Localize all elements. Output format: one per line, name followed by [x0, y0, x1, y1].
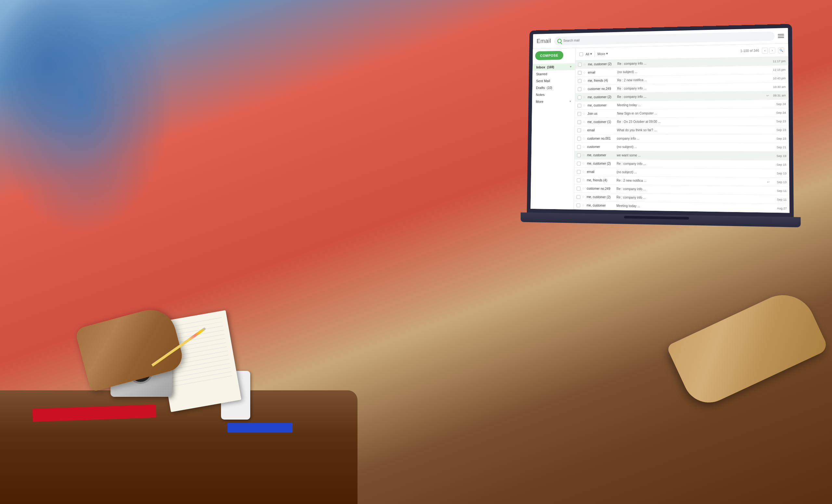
- pagination-text: 1-100 of 346: [740, 49, 759, 53]
- email-sender: me, friends (4): [588, 79, 616, 83]
- star-icon[interactable]: ☆: [582, 161, 586, 165]
- star-icon[interactable]: ☆: [583, 79, 587, 83]
- email-subject: Re : company info ...: [617, 187, 770, 192]
- email-time: Sep 11: [771, 189, 787, 193]
- star-icon[interactable]: ☆: [581, 203, 585, 207]
- email-subject: What do you think so far? ...: [617, 128, 769, 132]
- email-sender: email: [588, 71, 616, 74]
- email-checkbox[interactable]: [577, 120, 581, 124]
- gmail-main: All ▾ More ▾ 1-100 of 346: [574, 44, 789, 213]
- star-icon[interactable]: ☆: [583, 87, 587, 91]
- email-sender: me, customer (2): [587, 195, 615, 199]
- select-chevron: ▾: [590, 52, 592, 56]
- email-checkbox[interactable]: [577, 170, 581, 174]
- email-checkbox[interactable]: [578, 63, 582, 66]
- email-subject: Re : 2 new notifica ...: [617, 178, 766, 184]
- gmail-body: COMPOSE Inbox (169) ▾ Starred Sent Mail: [530, 44, 789, 213]
- email-sender: Join us: [587, 112, 616, 115]
- email-checkbox[interactable]: [577, 95, 581, 100]
- inbox-chevron: ▾: [570, 65, 572, 68]
- email-subject: Re : company info ...: [617, 93, 765, 99]
- inbox-badge: (169): [547, 65, 554, 69]
- star-icon[interactable]: ☆: [582, 104, 586, 108]
- email-checkbox[interactable]: [577, 104, 581, 108]
- email-checkbox[interactable]: [576, 212, 580, 213]
- sidebar-item-sent[interactable]: Sent Mail: [532, 77, 575, 84]
- email-checkbox[interactable]: [576, 203, 580, 207]
- star-icon[interactable]: ☆: [583, 95, 587, 99]
- email-checkbox[interactable]: [577, 153, 581, 157]
- sidebar-item-drafts[interactable]: Drafts (10): [532, 84, 575, 91]
- star-icon[interactable]: ☆: [582, 187, 586, 190]
- email-time: Sep 11: [771, 198, 787, 201]
- email-row[interactable]: ☆ customer no.001 company info ... Sep 2…: [575, 135, 789, 143]
- email-time: 09:31 am: [771, 93, 786, 97]
- email-sender: me, customer (2): [588, 62, 616, 66]
- star-icon[interactable]: ☆: [583, 71, 587, 75]
- email-checkbox[interactable]: [577, 137, 581, 141]
- email-checkbox[interactable]: [577, 178, 581, 182]
- toolbar-separator: [595, 51, 595, 57]
- email-subject: Meeting today ...: [617, 102, 769, 107]
- star-icon[interactable]: ☆: [581, 212, 585, 213]
- star-icon[interactable]: ☆: [582, 153, 586, 157]
- email-checkbox[interactable]: [577, 161, 581, 165]
- email-checkbox[interactable]: [578, 71, 582, 75]
- star-icon[interactable]: ☆: [582, 137, 586, 141]
- email-subject: Re : 2 new notifica ...: [617, 77, 769, 82]
- sidebar-item-inbox[interactable]: Inbox (169) ▾: [533, 63, 575, 71]
- star-icon[interactable]: ☆: [582, 170, 586, 174]
- sidebar-item-more[interactable]: More ▾: [532, 98, 575, 105]
- more-dropdown[interactable]: More ▾: [597, 52, 608, 56]
- email-row[interactable]: ☆ me, customer (1) Re : On 23 October at…: [575, 117, 789, 126]
- search-bar[interactable]: [554, 31, 775, 46]
- email-row[interactable]: ☆ Join us New Sign-in on Computer ... Se…: [575, 109, 789, 118]
- email-sender: me, customer: [587, 153, 615, 157]
- compose-button[interactable]: COMPOSE: [535, 51, 564, 60]
- next-page-button[interactable]: ›: [769, 48, 776, 54]
- reply-icon: ↩: [766, 94, 769, 97]
- more-chevron: ▾: [606, 52, 608, 56]
- email-checkbox[interactable]: [577, 112, 581, 116]
- email-icons: ↩: [767, 180, 770, 184]
- sidebar-label-more: More: [536, 100, 543, 104]
- star-icon[interactable]: ☆: [582, 112, 586, 116]
- star-icon[interactable]: ☆: [582, 128, 586, 132]
- email-subject: (no subject) ...: [617, 145, 770, 149]
- email-subject: New Sign-in on Compu ...: [616, 213, 770, 213]
- email-row[interactable]: ☆ me, customer we want some ... Sep 19: [575, 151, 789, 161]
- email-subject: company info ...: [617, 137, 770, 140]
- email-subject: Re : On 23 October at 09:00 ...: [617, 119, 769, 124]
- menu-icon[interactable]: [778, 34, 784, 38]
- email-sender: me, friends (4): [587, 178, 615, 182]
- email-checkbox[interactable]: [578, 79, 582, 83]
- star-icon[interactable]: ☆: [582, 178, 586, 182]
- sidebar-label-starred: Starred: [536, 72, 547, 76]
- email-time: 10:43 pm: [771, 76, 786, 80]
- sidebar-item-starred[interactable]: Starred: [532, 70, 575, 78]
- select-dropdown[interactable]: All ▾: [586, 52, 592, 56]
- email-checkbox[interactable]: [577, 145, 581, 149]
- select-all-checkbox[interactable]: [579, 52, 583, 56]
- star-icon[interactable]: ☆: [582, 195, 586, 199]
- email-row[interactable]: ☆ email What do you think so far? ... Se…: [575, 126, 789, 135]
- prev-page-button[interactable]: ‹: [762, 48, 768, 53]
- sidebar-item-notes[interactable]: Notes: [532, 91, 575, 99]
- email-sender: me, customer: [587, 204, 615, 207]
- more-chevron: ▾: [569, 100, 571, 103]
- sidebar-label-sent: Sent Mail: [536, 79, 550, 83]
- email-sender: me, customer: [588, 104, 616, 107]
- email-checkbox[interactable]: [576, 187, 580, 190]
- search-toolbar-button[interactable]: 🔍: [778, 47, 784, 53]
- star-icon[interactable]: ☆: [582, 120, 586, 124]
- email-checkbox[interactable]: [576, 195, 580, 199]
- search-input[interactable]: [563, 34, 771, 42]
- sidebar-label-notes: Notes: [536, 93, 545, 97]
- email-checkbox[interactable]: [577, 128, 581, 132]
- email-sender: customer no.249: [587, 187, 615, 191]
- email-time: Sep 21: [771, 145, 786, 149]
- star-icon[interactable]: ☆: [582, 145, 586, 149]
- email-row[interactable]: ☆ customer (no subject) ... Sep 21: [575, 143, 789, 152]
- email-checkbox[interactable]: [578, 87, 582, 91]
- star-icon[interactable]: ☆: [583, 62, 587, 66]
